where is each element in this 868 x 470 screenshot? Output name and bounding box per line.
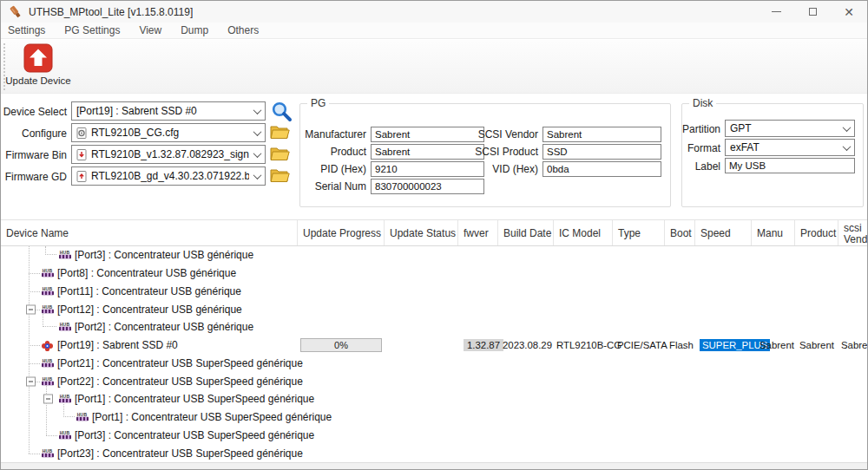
- table-row[interactable]: HUB[Port12] : Concentrateur USB génériqu…: [1, 300, 868, 318]
- chevron-down-icon[interactable]: [249, 124, 265, 141]
- column-header-scsi_vendor[interactable]: scsi Vendor: [838, 220, 868, 245]
- column-header-speed[interactable]: Speed: [695, 220, 752, 245]
- usb-hub-icon: HUB: [58, 429, 71, 441]
- firmware-gd-value: RTL9210B_gd_v4.30.23.071922.bin: [91, 170, 249, 182]
- tree-item-label: [Port8] : Concentrateur USB générique: [57, 267, 236, 279]
- column-header-type[interactable]: Type: [613, 220, 665, 245]
- table-row[interactable]: HUB[Port8] : Concentrateur USB générique: [1, 264, 868, 283]
- chevron-down-icon[interactable]: [249, 167, 265, 185]
- usb-hub-icon: HUB: [41, 357, 54, 369]
- partition-label: Partition: [682, 123, 720, 135]
- firmware-gd-browse-button[interactable]: [268, 166, 291, 185]
- tree-item-label: [Port21] : Concentrateur USB SuperSpeed …: [57, 357, 303, 369]
- update-device-icon: [23, 42, 54, 74]
- app-icon: [9, 5, 23, 19]
- firmware-bin-combobox[interactable]: RTL9210B_v1.32.87.082923_signed.bin: [71, 145, 266, 164]
- tree-item-label: [Port23] : Concentrateur USB SuperSpeed …: [57, 447, 303, 460]
- progress-bar: 0%: [300, 338, 382, 352]
- pg-group-label: PG: [307, 97, 329, 109]
- usb-hub-icon: HUB: [41, 375, 54, 387]
- cell-scsi_vendor: Sabrent: [841, 340, 868, 350]
- column-header-ic_model[interactable]: IC Model: [554, 220, 613, 245]
- chevron-down-icon[interactable]: [838, 121, 854, 136]
- minimize-button[interactable]: [758, 1, 794, 23]
- config-file-icon: [76, 127, 88, 139]
- table-row[interactable]: HUB[Port23] : Concentrateur USB SuperSpe…: [1, 444, 868, 462]
- maximize-button[interactable]: [794, 1, 831, 23]
- usb-hub-icon: HUB: [58, 250, 71, 261]
- expand-toggle[interactable]: [43, 395, 53, 404]
- firmware-file-icon: [76, 171, 88, 182]
- search-device-button[interactable]: [268, 99, 294, 123]
- vid-field[interactable]: [542, 161, 661, 177]
- tree-item-label: [Port3] : Concentrateur USB SuperSpeed g…: [75, 429, 314, 441]
- title-bar[interactable]: UTHSB_MPtool_Lite [v1.15.8.0119] ✕: [1, 1, 867, 23]
- scsi-vendor-field[interactable]: [542, 127, 661, 142]
- partition-value: GPT: [730, 122, 838, 134]
- pg-group: PG Manufacturer Product PID (Hex) Serial…: [299, 103, 671, 207]
- folder-icon: [270, 146, 290, 161]
- column-header-fwver[interactable]: fwver: [458, 220, 498, 245]
- update-device-button[interactable]: Update Device: [11, 42, 65, 91]
- folder-icon: [270, 124, 290, 140]
- tree-item-label: [Port19] : Sabrent SSD #0: [57, 339, 178, 351]
- device-tree: HUB[Port3] : Concentrateur USB générique…: [1, 246, 868, 462]
- scsi-product-field[interactable]: [542, 144, 661, 160]
- scsi-vendor-label: SCSI Vendor: [467, 128, 538, 140]
- tree-item-label: [Port2] : Concentrateur USB générique: [75, 321, 253, 333]
- usb-hub-icon: HUB: [41, 304, 54, 315]
- firmware-bin-browse-button[interactable]: [268, 144, 291, 163]
- menu-view[interactable]: View: [129, 23, 171, 38]
- column-header-boot[interactable]: Boot: [665, 220, 695, 245]
- cell-manu: Sabrent: [760, 340, 794, 350]
- usb-hub-icon: HUB: [41, 268, 54, 279]
- menu-settings[interactable]: Settings: [1, 23, 55, 38]
- window-title: UTHSB_MPtool_Lite [v1.15.8.0119]: [29, 6, 193, 18]
- menu-pg-settings[interactable]: PG Settings: [55, 23, 129, 38]
- format-value: exFAT: [730, 141, 838, 153]
- column-header-update_status[interactable]: Update Status: [385, 220, 458, 245]
- table-row[interactable]: HUB[Port3] : Concentrateur USB générique: [1, 246, 868, 264]
- device-select-combobox[interactable]: [Port19] : Sabrent SSD #0: [71, 101, 266, 121]
- chevron-down-icon[interactable]: [249, 102, 265, 120]
- table-row[interactable]: HUB[Port3] : Concentrateur USB SuperSpee…: [1, 427, 868, 445]
- chevron-down-icon[interactable]: [249, 146, 265, 163]
- cell-ic_model: RTL9210B-CG: [556, 340, 621, 350]
- menu-others[interactable]: Others: [218, 23, 268, 38]
- column-header-manu[interactable]: Manu: [752, 220, 795, 245]
- serial-num-field[interactable]: [371, 179, 484, 194]
- expand-toggle[interactable]: [26, 304, 36, 314]
- column-header-update_progress[interactable]: Update Progress: [298, 220, 385, 245]
- close-button[interactable]: ✕: [831, 1, 867, 23]
- table-row[interactable]: HUB[Port11] : Concentrateur USB génériqu…: [1, 283, 868, 301]
- cell-product: Sabrent: [799, 340, 834, 350]
- chevron-down-icon[interactable]: [838, 140, 854, 155]
- firmware-bin-label: Firmware Bin: [1, 149, 67, 161]
- column-header-build_date[interactable]: Build Date: [498, 220, 554, 245]
- format-combobox[interactable]: exFAT: [725, 139, 855, 156]
- status-bar: [1, 462, 867, 470]
- table-row[interactable]: HUB[Port2] : Concentrateur USB générique: [1, 318, 868, 336]
- configure-combobox[interactable]: RTL9210B_CG.cfg: [71, 123, 266, 142]
- volume-label-field[interactable]: [725, 158, 855, 173]
- menu-dump[interactable]: Dump: [171, 23, 218, 38]
- expand-toggle[interactable]: [26, 376, 36, 386]
- firmware-file-icon: [76, 149, 88, 160]
- table-row[interactable]: HUB[Port22] : Concentrateur USB SuperSpe…: [1, 372, 868, 390]
- usb-hub-icon: HUB: [41, 285, 54, 297]
- pid-label: PID (Hex): [300, 163, 366, 175]
- firmware-gd-combobox[interactable]: RTL9210B_gd_v4.30.23.071922.bin: [71, 166, 266, 186]
- table-row[interactable]: HUB[Port1] : Concentrateur USB SuperSpee…: [1, 390, 868, 408]
- partition-combobox[interactable]: GPT: [725, 120, 855, 137]
- format-label: Format: [682, 142, 720, 154]
- cell-build_date: 2023.08.29: [503, 340, 552, 350]
- vid-label: VID (Hex): [467, 163, 538, 175]
- tree-item-label: [Port22] : Concentrateur USB SuperSpeed …: [57, 375, 303, 388]
- table-row[interactable]: [Port19] : Sabrent SSD #00%1.32.872023.0…: [1, 336, 868, 355]
- table-row[interactable]: HUB[Port1] : Concentrateur USB SuperSpee…: [1, 408, 868, 427]
- tree-item-label: [Port1] : Concentrateur USB SuperSpeed g…: [92, 411, 332, 423]
- table-row[interactable]: HUB[Port21] : Concentrateur USB SuperSpe…: [1, 355, 868, 373]
- configure-browse-button[interactable]: [268, 122, 291, 141]
- column-header-device_name[interactable]: Device Name: [1, 220, 298, 245]
- column-header-product[interactable]: Product: [795, 220, 838, 245]
